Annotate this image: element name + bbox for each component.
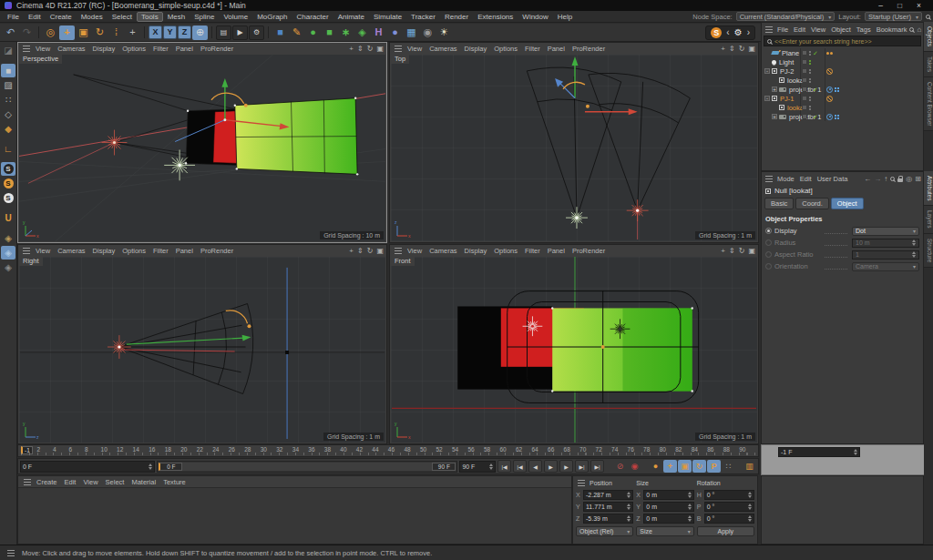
expand-toggle[interactable]: -	[764, 96, 770, 101]
go-to-end-button[interactable]: ▶|	[590, 460, 604, 473]
tab-coord[interactable]: Coord.	[795, 198, 829, 209]
coord-position-y-field[interactable]: 11.771 m	[583, 502, 633, 512]
keyframe-presets-icon[interactable]: ▥	[743, 460, 756, 473]
current-frame-field[interactable]: 0 F	[20, 461, 155, 473]
menu-item-edit[interactable]: Edit	[24, 12, 46, 22]
close-button[interactable]: ×	[917, 1, 921, 10]
front-canvas[interactable]: Front Grid Spacing : 1 m yx	[391, 257, 757, 443]
ruler-tick[interactable]: 8	[85, 446, 101, 456]
enable-axis-icon[interactable]: ∟	[1, 142, 15, 156]
ruler-tick[interactable]: 72	[596, 446, 612, 456]
property-display-control[interactable]: Dot▾	[852, 227, 919, 236]
menu-item-modes[interactable]: Modes	[77, 12, 108, 22]
render-view-button[interactable]: ▤	[216, 25, 231, 40]
node-space-select[interactable]: Current (Standard/Physical)▾	[736, 12, 836, 21]
end-frame-field[interactable]: 90 F	[459, 461, 496, 473]
ruler-tick[interactable]: 36	[308, 446, 324, 456]
menu-item-edit[interactable]: Edit	[797, 175, 815, 183]
side-tab-attributes[interactable]: Attributes	[924, 171, 933, 206]
track-icon[interactable]: ◎	[906, 175, 912, 183]
ruler-tick[interactable]: 12	[117, 446, 133, 456]
timeline-ruler[interactable]: -124681012141618202224262830323436384042…	[17, 444, 759, 457]
prev-chevron-icon[interactable]: ‹	[726, 27, 729, 37]
menu-item-animate[interactable]: Animate	[333, 12, 369, 22]
menu-item-window[interactable]: Window	[518, 12, 552, 22]
panel-menu-icon[interactable]	[24, 479, 31, 485]
menu-item-simulate[interactable]: Simulate	[369, 12, 406, 22]
range-start-handle[interactable]: 0 F	[159, 463, 182, 471]
pan-view-icon[interactable]: +	[349, 45, 354, 53]
search-icon[interactable]	[926, 15, 930, 19]
animation-dot-icon[interactable]	[765, 263, 772, 270]
autokeying-icon[interactable]: ◉	[628, 460, 641, 473]
texture-mode-icon[interactable]: ▨	[1, 78, 15, 92]
menu-item-help[interactable]: Help	[553, 12, 577, 22]
ruler-tick[interactable]: 50	[420, 446, 436, 456]
menu-item-cameras[interactable]: Cameras	[425, 45, 460, 53]
menu-item-create[interactable]: Create	[33, 478, 61, 486]
menu-item-spline[interactable]: Spline	[190, 12, 219, 22]
menu-item-view[interactable]: View	[808, 25, 828, 34]
editor-render-dots[interactable]	[809, 60, 811, 65]
animation-dot-icon[interactable]	[765, 251, 772, 258]
record-objects-icon[interactable]: ●	[649, 460, 662, 473]
panel-menu-icon[interactable]	[765, 176, 773, 182]
last-used-tools-icon[interactable]: ⁞	[108, 25, 124, 40]
enabled-check-icon[interactable]: ✓	[813, 114, 818, 120]
menu-item-cameras[interactable]: Cameras	[54, 247, 88, 255]
range-end-handle[interactable]: 90 F	[432, 463, 456, 471]
menu-item-select[interactable]: Select	[102, 478, 128, 486]
panel-menu-icon[interactable]	[23, 46, 30, 52]
ruler-tick[interactable]: 78	[643, 446, 660, 456]
visibility-toggle[interactable]	[802, 96, 807, 101]
live-selection-icon[interactable]: ◎	[43, 25, 58, 40]
side-tab-takes[interactable]: Takes	[924, 52, 933, 77]
menu-item-options[interactable]: Options	[490, 247, 521, 255]
add-deformer-button[interactable]: ∗	[338, 25, 354, 40]
menu-item-file[interactable]: File	[3, 12, 24, 22]
visibility-toggle[interactable]	[802, 87, 807, 92]
ruler-tick[interactable]: 58	[484, 446, 500, 456]
ruler-tick[interactable]: 44	[372, 446, 388, 456]
previous-key-button[interactable]: |◀	[513, 460, 527, 473]
add-light-button[interactable]: ☀	[436, 25, 452, 40]
animation-dot-icon[interactable]	[765, 239, 772, 246]
light-gizmo-star[interactable]	[627, 199, 649, 221]
menu-item-options[interactable]: Options	[118, 247, 149, 255]
z-axis-handle[interactable]	[242, 335, 251, 341]
make-editable-icon[interactable]: ◪	[1, 44, 15, 57]
ruler-tick[interactable]: 26	[229, 446, 245, 456]
menu-item-panel[interactable]: Panel	[544, 45, 569, 53]
home-icon[interactable]: ⌂	[917, 25, 921, 34]
menu-item-tools[interactable]: Tools	[137, 12, 163, 22]
layout-select[interactable]: Startup (User)▾	[865, 12, 922, 21]
coord-size-x-field[interactable]: 0 m	[643, 490, 693, 500]
frame-range-slider[interactable]: 0 F 90 F	[157, 461, 457, 473]
menu-item-panel[interactable]: Panel	[544, 247, 569, 255]
edge-mode-icon[interactable]: ◇	[1, 107, 15, 121]
tab-object[interactable]: Object	[831, 198, 864, 209]
object-row-pj-2[interactable]: -PJ-2	[762, 66, 923, 76]
menu-item-user-data[interactable]: User Data	[815, 175, 851, 183]
ruler-tick[interactable]: 6	[69, 446, 86, 456]
menu-item-filter[interactable]: Filter	[521, 45, 544, 53]
tab-basic[interactable]: Basic	[764, 198, 794, 209]
light-gizmo-star[interactable]	[108, 335, 131, 359]
locked-workplane-icon[interactable]: ◈	[1, 246, 15, 260]
interactive-workplane-icon[interactable]: ◈	[1, 260, 15, 274]
coord-size-y-field[interactable]: 0 m	[643, 502, 693, 512]
menu-item-display[interactable]: Display	[89, 247, 119, 255]
editor-render-dots[interactable]	[809, 51, 811, 56]
editor-render-dots[interactable]	[809, 87, 811, 92]
menu-item-mesh[interactable]: Mesh	[163, 12, 190, 22]
ruler-tick[interactable]: 90	[739, 446, 755, 456]
move-tool-icon[interactable]: +	[59, 25, 75, 40]
x-axis-handle[interactable]	[629, 108, 638, 115]
orbit-view-icon[interactable]: ↻	[367, 247, 374, 255]
object-row-lookat[interactable]: +lookat	[762, 76, 923, 85]
menu-item-create[interactable]: Create	[46, 12, 77, 22]
perspective-canvas[interactable]: Perspective Grid Spacing : 10 m yx	[19, 55, 385, 241]
menu-item-material[interactable]: Material	[128, 478, 159, 486]
ruler-tick[interactable]: 62	[516, 446, 532, 456]
protection-tag-icon[interactable]	[826, 68, 833, 75]
